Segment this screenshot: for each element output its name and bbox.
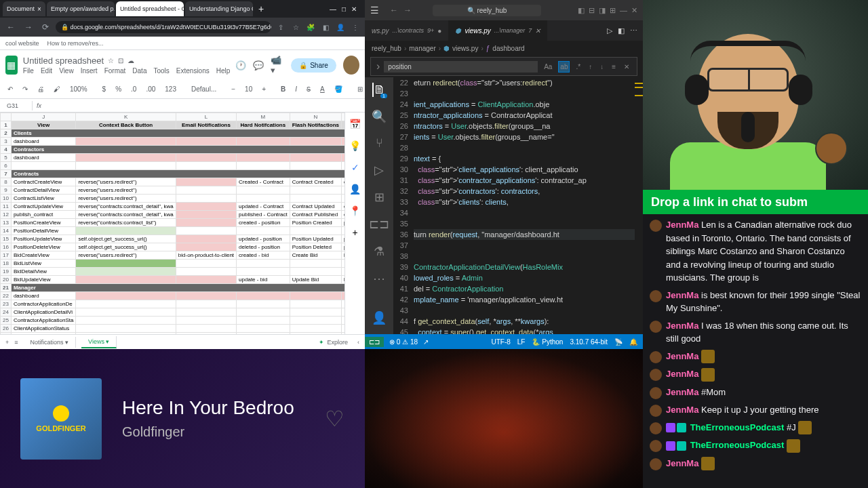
strikethrough-button[interactable]: S̶ [304, 84, 313, 94]
font-size-input[interactable]: 10 [243, 84, 254, 94]
font-select[interactable]: Defaul... [189, 84, 218, 94]
close-button[interactable]: ✕ [351, 5, 357, 13]
forward-button[interactable]: → [403, 5, 412, 15]
sheets-logo-icon[interactable]: ▦ [5, 56, 18, 75]
remote-icon[interactable]: ⊏⊐ [369, 217, 389, 232]
more-icon[interactable]: ⋯ [373, 271, 385, 286]
menu-item[interactable]: Help [216, 67, 231, 75]
move-icon[interactable]: ⊡ [118, 57, 123, 64]
find-input[interactable] [384, 61, 538, 73]
italic-button[interactable]: I [293, 84, 299, 94]
browser-tab[interactable]: Empty open/awarded p…× [47, 1, 115, 16]
expand-icon[interactable]: ‹ [357, 339, 359, 346]
more-actions-button[interactable]: ⋯ [630, 26, 637, 35]
cell-reference[interactable]: G31 [5, 101, 33, 110]
menu-item[interactable]: Extensions [176, 67, 210, 75]
font-size-increase[interactable]: + [260, 84, 268, 94]
menu-item[interactable]: Tools [153, 67, 169, 75]
command-center[interactable]: 🔍 reely_hub [433, 5, 541, 16]
profile-icon[interactable]: 👤 [335, 22, 346, 33]
contacts-icon[interactable]: 👤 [349, 183, 361, 195]
extensions-icon[interactable]: ⊞ [374, 190, 384, 205]
problems-button[interactable]: ⊗ 0 ⚠ 18 [389, 338, 418, 346]
debug-icon[interactable]: ▷ [374, 163, 384, 178]
layout-icon[interactable]: ◧ [578, 6, 585, 15]
heart-icon[interactable]: ♡ [325, 406, 344, 432]
menu-icon[interactable]: ☰ [370, 5, 379, 16]
user-avatar[interactable] [343, 56, 359, 75]
menu-item[interactable]: Format [104, 67, 126, 75]
remote-indicator[interactable]: ⊏⊐ [365, 337, 384, 347]
run-button[interactable]: ▷ [607, 26, 612, 35]
back-button[interactable]: ← [4, 21, 18, 33]
percent-button[interactable]: % [113, 84, 123, 94]
add-icon[interactable]: + [349, 226, 361, 239]
url-input[interactable]: 🔒 docs.google.com/spreadsheets/d/1raW2dt… [56, 21, 271, 33]
keep-icon[interactable]: 💡 [349, 140, 361, 152]
layout-icon[interactable]: ⊞ [610, 6, 616, 15]
share-button[interactable]: 🔒Share [291, 58, 336, 73]
expand-icon[interactable]: › [376, 60, 380, 73]
split-editor-button[interactable]: ◧ [618, 26, 625, 35]
spreadsheet-grid[interactable]: JKLMNO1ViewContext Back ButtonEmail Noti… [0, 113, 344, 334]
regex-button[interactable]: .* [574, 61, 583, 73]
close-button[interactable]: ✕ [631, 6, 637, 15]
browser-tab[interactable]: Understanding Django C× [185, 1, 253, 16]
selection-button[interactable]: ≡ [610, 61, 618, 73]
reload-button[interactable]: ⟳ [39, 21, 52, 33]
editor-tab-active[interactable]: ⬢ views.py ...\manager 7 ✕ [448, 20, 547, 41]
star-icon[interactable]: ☆ [108, 57, 114, 64]
redo-button[interactable]: ↷ [20, 84, 30, 94]
document-title[interactable]: Untitled spreadsheet [23, 56, 104, 66]
explorer-icon[interactable]: 🗎1 [372, 83, 386, 97]
meet-icon[interactable]: 📹▾ [271, 55, 284, 75]
encoding-button[interactable]: UTF-8 [491, 338, 510, 346]
undo-button[interactable]: ↶ [5, 84, 15, 94]
match-case-button[interactable]: Aa [542, 61, 554, 73]
menu-item[interactable]: File [23, 67, 34, 75]
fill-color-button[interactable]: 🪣 [332, 84, 344, 94]
close-icon[interactable]: ✕ [535, 27, 540, 35]
comment-icon[interactable]: 💬 [253, 60, 264, 70]
decimal-decrease-button[interactable]: .0 [129, 84, 138, 94]
bookmark-item[interactable]: How to remove/res... [47, 40, 104, 47]
whole-word-button[interactable]: ab [558, 61, 570, 73]
share-icon[interactable]: ⇪ [275, 22, 286, 33]
bold-button[interactable]: B [279, 84, 288, 94]
more-formats-button[interactable]: 123 [163, 84, 178, 94]
decimal-increase-button[interactable]: .00 [144, 84, 157, 94]
testing-icon[interactable]: ⚗ [374, 244, 384, 259]
menu-item[interactable]: Edit [41, 67, 52, 75]
language-button[interactable]: 🐍 Python [532, 338, 563, 346]
forward-button[interactable]: → [22, 21, 35, 33]
paint-format-button[interactable]: 🖌 [52, 84, 62, 94]
prev-match-button[interactable]: ↑ [587, 61, 594, 73]
account-icon[interactable]: 👤 [372, 310, 387, 325]
font-size-decrease[interactable]: − [229, 84, 237, 94]
close-icon[interactable]: × [37, 5, 41, 13]
history-icon[interactable]: 🕐 [235, 60, 246, 70]
new-tab-button[interactable]: + [254, 3, 268, 14]
explore-button[interactable]: ✦Explore [319, 339, 348, 346]
add-sheet-button[interactable]: + [5, 339, 9, 346]
breadcrumbs[interactable]: reely_hub› manager› ⬢views.py› ƒdashboar… [365, 41, 643, 56]
browser-tab-active[interactable]: Untitled spreadsheet - G× [116, 1, 184, 16]
close-find-button[interactable]: ✕ [622, 61, 631, 73]
minimap[interactable] [635, 77, 643, 334]
code-editor[interactable]: 2223242526272829303132333435363738394041… [393, 77, 643, 334]
back-button[interactable]: ← [390, 5, 398, 15]
stream-chat[interactable]: JennMa Len is a Canadian alternative roc… [643, 214, 868, 488]
print-button[interactable]: 🖨 [35, 84, 46, 94]
minimize-button[interactable]: — [620, 6, 627, 15]
source-control-icon[interactable]: ⑂ [376, 136, 383, 150]
editor-tab[interactable]: ws.py ...\contracts 9+ ● [365, 20, 448, 41]
calendar-icon[interactable]: 📅 [349, 118, 361, 130]
layout-icon[interactable]: ◨ [599, 6, 606, 15]
menu-item[interactable]: Data [132, 67, 146, 75]
currency-button[interactable]: $ [100, 84, 108, 94]
borders-button[interactable]: ⊞ [355, 84, 365, 94]
browser-tab[interactable]: Document× [3, 1, 45, 16]
extensions-icon[interactable]: 🧩 [305, 22, 316, 33]
next-match-button[interactable]: ↓ [598, 61, 606, 73]
layout-icon[interactable]: ⊟ [589, 6, 595, 15]
